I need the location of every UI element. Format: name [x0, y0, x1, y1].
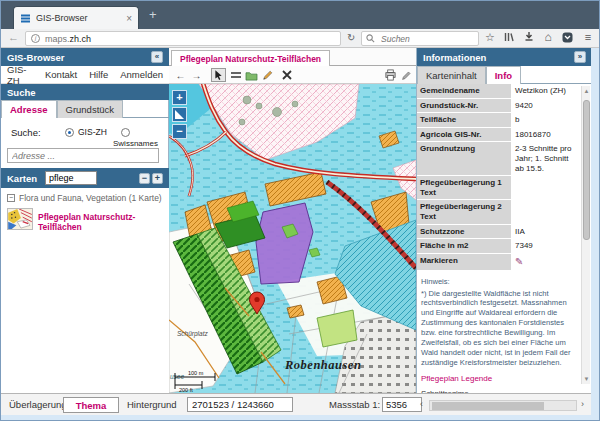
- draw-tool-icon[interactable]: [260, 68, 275, 82]
- back-icon[interactable]: ←: [8, 31, 19, 43]
- background-label[interactable]: Hintergrund: [127, 399, 177, 410]
- legend-link[interactable]: Pflegeplan Legende: [417, 367, 580, 383]
- browser-window: GIS-Browser × + ← i maps.zh.ch ↻ ☆ ⌂ ≡: [0, 0, 600, 421]
- map-zoom-controls: + −: [172, 90, 188, 141]
- browser-search-input[interactable]: [379, 33, 464, 45]
- home-icon[interactable]: ⌂: [541, 30, 555, 44]
- edit-icon[interactable]: [399, 68, 414, 82]
- map-tab[interactable]: Pflegeplan Naturschutz-Teilflächen: [171, 50, 330, 67]
- pointer-tool-icon[interactable]: [211, 68, 226, 82]
- scale-input[interactable]: [382, 397, 422, 412]
- site-info-icon[interactable]: i: [31, 34, 40, 43]
- scroll-up-icon[interactable]: ▲: [582, 88, 591, 94]
- browser-search-bar[interactable]: [361, 31, 479, 46]
- reload-icon[interactable]: ↻: [347, 32, 355, 43]
- scrollbar-thumb[interactable]: [583, 100, 590, 240]
- new-tab-button[interactable]: +: [149, 7, 157, 22]
- place-label: Schürplatz: [177, 330, 208, 338]
- window-edge-right: [591, 48, 600, 421]
- info-horizontal-scrollbar[interactable]: [429, 400, 577, 411]
- search-section-title: Suche: [7, 87, 36, 98]
- map-canvas[interactable]: Robenhausen Schürplatz usee 100 m 200 ft…: [169, 84, 416, 393]
- scale-metric-label: 100 m: [188, 370, 204, 376]
- tab-adresse[interactable]: Adresse: [1, 100, 57, 118]
- close-tab-icon[interactable]: ×: [126, 13, 132, 24]
- maps-section-title: Karten: [7, 173, 37, 184]
- scroll-down-icon[interactable]: ▼: [582, 376, 591, 382]
- download-icon[interactable]: [522, 31, 536, 43]
- pocket-icon[interactable]: [560, 32, 574, 45]
- hscrollbar-thumb[interactable]: [432, 402, 544, 410]
- map-filter-input[interactable]: [45, 171, 97, 185]
- map-tab-row: Pflegeplan Naturschutz-Teilflächen: [169, 48, 416, 66]
- info-row: Grundstück-Nr.9420: [417, 99, 580, 114]
- measure-tool-icon[interactable]: [228, 68, 243, 82]
- collapse-right-icon[interactable]: »: [574, 51, 586, 63]
- info-row: Pflegeüberlagerung 2 Text: [417, 200, 580, 224]
- radio-swissnames[interactable]: [121, 128, 130, 137]
- menu-item-gis-zh[interactable]: GIS-ZH: [7, 64, 33, 86]
- search-tabs: Adresse Grundstück: [1, 100, 169, 118]
- browser-tab-title: GIS-Browser: [36, 13, 121, 23]
- bookmark-star-icon[interactable]: ☆: [483, 31, 497, 44]
- collapse-group-icon[interactable]: −: [7, 194, 15, 202]
- maps-section-header: Karten − +: [1, 168, 169, 188]
- town-label: Robenhausen: [284, 358, 361, 372]
- info-row: Fläche in m27349: [417, 239, 580, 254]
- info-row-label: Grundnutzung: [417, 142, 511, 175]
- info-row-value: 2-3 Schnitte pro Jahr; 1. Schnitt ab 15.…: [511, 142, 580, 175]
- url-bar[interactable]: i maps.zh.ch: [25, 31, 341, 46]
- info-panel-body: GemeindenameWetzikon (ZH)Grundstück-Nr.9…: [417, 84, 592, 393]
- schnittregime-block: Schnittregime Als Schnittzeitpunkt ist d…: [417, 383, 580, 393]
- left-panel: GIS-Browser « GIS-ZH Kontakt Hilfe Anmel…: [1, 48, 169, 393]
- zoom-in-button[interactable]: +: [172, 90, 187, 105]
- search-source-row: Suche: GIS-ZH Swissnames: [1, 120, 169, 146]
- info-row: Pflegeüberlagerung 1 Text: [417, 176, 580, 200]
- gis-favicon-icon: [20, 13, 31, 24]
- map-column: Pflegeplan Naturschutz-Teilflächen ← →: [169, 48, 416, 393]
- expand-maps-icon[interactable]: +: [152, 173, 163, 184]
- info-vertical-scrollbar[interactable]: ▲ ▼: [581, 86, 590, 384]
- delete-tool-icon[interactable]: [279, 68, 294, 82]
- info-row-value: 9420: [511, 99, 580, 113]
- map-layer-item[interactable]: Pflegeplan Naturschutz-Teilflächen: [1, 203, 169, 232]
- collapse-maps-icon[interactable]: −: [139, 173, 150, 184]
- folder-tool-icon[interactable]: [244, 68, 259, 82]
- info-row: Grundnutzung2-3 Schnitte pro Jahr; 1. Sc…: [417, 142, 580, 176]
- browser-nav-bar: ← i maps.zh.ch ↻ ☆ ⌂ ≡: [1, 29, 600, 48]
- layer-group-row[interactable]: − Flora und Fauna, Vegetation (1 Karte): [1, 188, 169, 203]
- tab-info[interactable]: Info: [486, 66, 521, 84]
- collapse-left-icon[interactable]: «: [151, 51, 163, 63]
- info-row-label: Grundstück-Nr.: [417, 99, 511, 113]
- hinweis-block: Hinweis: *) Die dargestellte Waldfläche …: [417, 271, 580, 368]
- tab-karteninhalt[interactable]: Karteninhalt: [417, 66, 486, 84]
- info-row-value: 7349: [511, 239, 580, 253]
- history-forward-icon[interactable]: →: [189, 68, 204, 82]
- scroll-left-icon[interactable]: ‹: [420, 399, 423, 409]
- browser-tab-bar: GIS-Browser × +: [1, 1, 600, 29]
- zoom-out-button[interactable]: −: [172, 124, 187, 139]
- map-toolbar: ← →: [169, 66, 416, 84]
- layer-group-label: Flora und Fauna, Vegetation (1 Karte): [19, 193, 162, 203]
- info-row: Teilflächeb: [417, 113, 580, 128]
- browser-tab[interactable]: GIS-Browser ×: [13, 6, 139, 29]
- address-input[interactable]: [7, 148, 159, 163]
- info-row-value: [511, 176, 580, 199]
- menu-item-kontakt[interactable]: Kontakt: [45, 69, 77, 80]
- theme-button[interactable]: Thema: [63, 397, 119, 413]
- menu-item-hilfe[interactable]: Hilfe: [89, 69, 108, 80]
- coordinates-input[interactable]: [187, 397, 293, 412]
- history-back-icon[interactable]: ←: [173, 68, 188, 82]
- full-extent-button[interactable]: [172, 107, 187, 122]
- radio-gis-zh[interactable]: [65, 128, 74, 137]
- map-layer-list: − Flora und Fauna, Vegetation (1 Karte) …: [1, 188, 169, 393]
- info-row-value[interactable]: ✎: [511, 254, 580, 270]
- pencil-icon[interactable]: ✎: [515, 256, 523, 267]
- library-icon[interactable]: [502, 32, 516, 44]
- scroll-right-icon[interactable]: ›: [581, 399, 584, 409]
- print-icon[interactable]: [383, 68, 398, 82]
- menu-hamburger-icon[interactable]: ≡: [581, 31, 595, 43]
- window-edge-bottom: [1, 415, 600, 421]
- login-link[interactable]: Anmelden: [120, 69, 163, 80]
- tab-grundstueck[interactable]: Grundstück: [57, 100, 124, 118]
